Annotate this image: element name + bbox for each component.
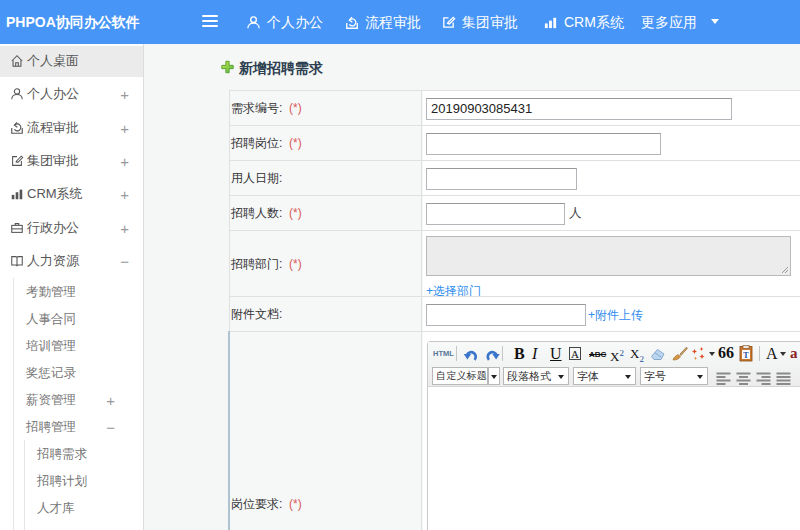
svg-text:T: T [743, 351, 749, 360]
